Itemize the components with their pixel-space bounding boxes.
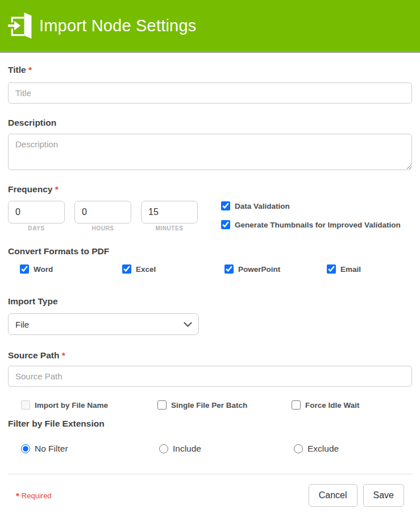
required-asterisk: * <box>28 65 32 75</box>
required-asterisk: * <box>16 491 19 501</box>
description-label: Description <box>8 118 412 128</box>
dialog-footer: *Required Cancel Save <box>8 474 412 507</box>
checkbox-label: Data Validation <box>235 202 290 210</box>
no-filter-radio[interactable]: No Filter <box>21 444 159 454</box>
import-type-label: Import Type <box>8 296 412 307</box>
hours-input[interactable] <box>74 201 131 224</box>
force-idle-wait-checkbox[interactable]: Force Idle Wait <box>292 400 360 410</box>
source-path-input[interactable] <box>8 366 412 387</box>
validation-options: Data Validation Generate Thumbnails for … <box>221 201 401 231</box>
frequency-days: DAYS <box>8 201 65 231</box>
radio-label: No Filter <box>35 444 68 454</box>
checkbox-label: Single File Per Batch <box>171 401 247 410</box>
hours-unit-label: HOURS <box>74 225 131 231</box>
powerpoint-checkbox-input[interactable] <box>224 264 234 274</box>
filter-radio-row: No Filter Include Exclude <box>21 444 412 454</box>
no-filter-radio-input[interactable] <box>21 444 30 453</box>
convert-formats-label: Convert Formats to PDF <box>8 246 412 257</box>
required-note: *Required <box>16 491 52 501</box>
dialog-title: Import Node Settings <box>39 16 196 35</box>
days-unit-label: DAYS <box>8 225 65 231</box>
word-checkbox[interactable]: Word <box>20 264 122 274</box>
frequency-hours: HOURS <box>74 201 131 231</box>
import-by-file-name-checkbox-input <box>21 400 30 410</box>
data-validation-checkbox-input[interactable] <box>221 201 230 210</box>
frequency-row: DAYS HOURS MINUTES Data Validation Gener… <box>8 201 412 231</box>
exclude-radio-input[interactable] <box>294 444 303 453</box>
force-idle-wait-checkbox-input[interactable] <box>292 400 301 410</box>
include-radio-input[interactable] <box>159 444 168 453</box>
checkbox-label: Email <box>340 265 361 274</box>
email-checkbox[interactable]: Email <box>327 264 361 274</box>
checkbox-label: Generate Thumbnails for Improved Validat… <box>235 221 401 229</box>
file-options-row: Import by File Name Single File Per Batc… <box>21 400 412 410</box>
description-textarea[interactable] <box>8 134 412 170</box>
checkbox-label: Import by File Name <box>35 401 108 410</box>
required-asterisk: * <box>55 184 59 194</box>
import-by-file-name-checkbox: Import by File Name <box>21 400 157 410</box>
excel-checkbox[interactable]: Excel <box>122 264 224 274</box>
save-button[interactable]: Save <box>363 484 404 507</box>
dialog-header: Import Node Settings <box>0 0 420 53</box>
generate-thumbnails-checkbox-input[interactable] <box>221 220 230 229</box>
source-path-label: Source Path * <box>8 350 412 361</box>
single-file-per-batch-checkbox-input[interactable] <box>157 400 167 410</box>
minutes-input[interactable] <box>141 201 198 224</box>
import-type-select-wrap: File <box>8 313 199 335</box>
checkbox-label: Word <box>34 265 53 274</box>
dialog-body: Title * Description Frequency * DAYS HOU… <box>0 65 420 507</box>
cancel-button[interactable]: Cancel <box>309 484 357 507</box>
email-checkbox-input[interactable] <box>327 264 336 274</box>
filter-by-extension-label: Filter by File Extension <box>8 419 412 429</box>
frequency-label: Frequency * <box>8 184 412 195</box>
title-input[interactable] <box>8 82 412 104</box>
convert-formats-row: Word Excel PowerPoint Email <box>20 264 412 274</box>
powerpoint-checkbox[interactable]: PowerPoint <box>224 264 327 274</box>
checkbox-label: PowerPoint <box>238 265 280 274</box>
minutes-unit-label: MINUTES <box>141 225 198 231</box>
checkbox-label: Excel <box>136 265 156 274</box>
excel-checkbox-input[interactable] <box>122 264 131 274</box>
import-door-icon <box>8 11 34 40</box>
data-validation-checkbox[interactable]: Data Validation <box>221 201 401 210</box>
single-file-per-batch-checkbox[interactable]: Single File Per Batch <box>157 400 292 410</box>
import-type-select[interactable]: File <box>8 313 199 335</box>
include-radio[interactable]: Include <box>159 444 294 454</box>
radio-label: Include <box>173 444 201 454</box>
radio-label: Exclude <box>307 444 339 454</box>
frequency-minutes: MINUTES <box>141 201 198 231</box>
word-checkbox-input[interactable] <box>20 264 29 274</box>
generate-thumbnails-checkbox[interactable]: Generate Thumbnails for Improved Validat… <box>221 220 401 229</box>
footer-buttons: Cancel Save <box>309 484 404 507</box>
days-input[interactable] <box>8 201 65 224</box>
import-node-settings-dialog: Import Node Settings Title * Description… <box>0 0 420 521</box>
required-asterisk: * <box>62 350 65 360</box>
checkbox-label: Force Idle Wait <box>305 401 360 410</box>
title-label: Title * <box>8 65 412 75</box>
exclude-radio[interactable]: Exclude <box>294 444 339 454</box>
